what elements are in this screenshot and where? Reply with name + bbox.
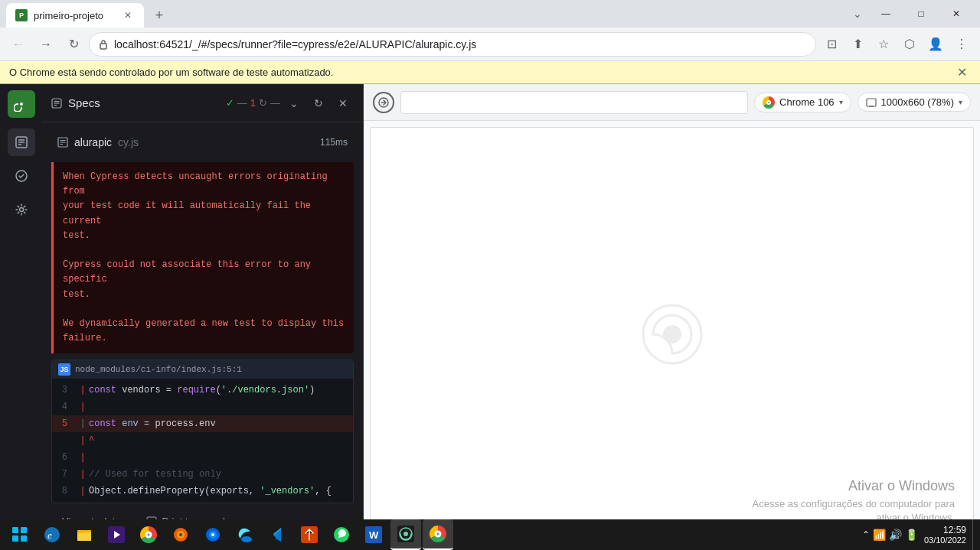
- browser-frame: P primeiro-projeto ✕ + ⌄ — □ ✕ ← → ↻ loc…: [0, 0, 980, 550]
- code-line-8: 8 | Object.defineProperty(exports, '_ven…: [52, 483, 353, 500]
- reload-tests-button[interactable]: ↻: [308, 93, 329, 114]
- toolbar-icons: ⊡ ⬆ ☆ ⬡ 👤 ⋮: [819, 32, 974, 57]
- new-tab-button[interactable]: +: [147, 3, 172, 28]
- share-button[interactable]: ⬆: [845, 32, 870, 57]
- cast-button[interactable]: ⊡: [819, 32, 844, 57]
- preview-nav-icon[interactable]: [373, 92, 394, 113]
- browser-toolbar: ← → ↻ localhost:64521/_/#/specs/runner?f…: [0, 28, 980, 61]
- main-content: Specs ✓ — 1 ↻ — ⌄ ↻ ✕: [0, 84, 980, 550]
- viewport-selector[interactable]: 1000x660 (78%) ▾: [858, 93, 971, 112]
- preview-toolbar: Chrome 106 ▾ 1000x660 (78%) ▾: [364, 84, 980, 121]
- svg-point-8: [19, 208, 23, 212]
- tab-close-button[interactable]: ✕: [121, 8, 135, 22]
- svg-rect-0: [100, 44, 106, 49]
- tray-up-arrow[interactable]: ⌃: [862, 529, 870, 540]
- address-text: localhost:64521/_/#/specs/runner?file=cy…: [114, 38, 806, 50]
- start-button[interactable]: [3, 519, 37, 550]
- pass-icon: ✓: [226, 97, 234, 109]
- code-line-4: 4 |: [52, 399, 353, 415]
- code-block-header: JS node_modules/ci-info/index.js:5:1: [52, 360, 353, 379]
- status-separator: —: [237, 97, 247, 109]
- browser-name: Chrome 106: [779, 96, 835, 108]
- taskbar-firefox-dev-icon[interactable]: [198, 519, 228, 550]
- test-file-ext: cy.js: [118, 136, 139, 148]
- menu-button[interactable]: ⋮: [949, 32, 974, 57]
- running-icon: ↻: [259, 97, 267, 109]
- tray-volume-icon[interactable]: 🔊: [889, 529, 902, 541]
- banner-close-button[interactable]: ✕: [952, 63, 971, 82]
- reload-button[interactable]: ↻: [61, 32, 86, 57]
- code-line-7: 7 | // Used for testing only: [52, 466, 353, 483]
- close-panel-button[interactable]: ✕: [332, 93, 354, 114]
- show-desktop-button[interactable]: [972, 519, 977, 550]
- dropdown-button[interactable]: ⌄: [283, 93, 305, 114]
- taskbar-whatsapp-icon[interactable]: [326, 519, 357, 550]
- system-tray: ⌃ 📶 🔊 🔋: [856, 529, 924, 541]
- browser-selector[interactable]: Chrome 106 ▾: [754, 93, 851, 112]
- taskbar-apps: e: [37, 519, 856, 550]
- tab-list-button[interactable]: ⌄: [847, 3, 868, 24]
- tab-favicon: P: [15, 9, 28, 21]
- forward-button[interactable]: →: [34, 32, 58, 57]
- preview-url-bar[interactable]: [400, 91, 748, 114]
- taskbar-cypress-icon[interactable]: [390, 519, 421, 550]
- panel-header-controls: ✓ — 1 ↻ — ⌄ ↻ ✕: [226, 93, 354, 114]
- code-file-icon: JS: [58, 363, 70, 376]
- viewport-icon: [866, 97, 877, 108]
- bookmark-button[interactable]: ☆: [871, 32, 896, 57]
- taskbar-chrome-2-icon[interactable]: [423, 519, 453, 550]
- svg-rect-32: [77, 530, 83, 533]
- active-tab[interactable]: P primeiro-projeto ✕: [6, 3, 144, 28]
- code-block: JS node_modules/ci-info/index.js:5:1 3 |…: [51, 360, 354, 503]
- code-line-6: 6 |: [52, 449, 353, 466]
- tab-bar: P primeiro-projeto ✕ +: [6, 0, 841, 28]
- cypress-logo-icon[interactable]: [8, 90, 35, 118]
- cypress-sidebar: [0, 84, 42, 550]
- sidebar-item-runs[interactable]: [8, 162, 35, 190]
- sidebar-item-settings[interactable]: [8, 196, 35, 223]
- taskbar-word-icon[interactable]: W: [358, 519, 389, 550]
- test-file-item[interactable]: alurapic cy.js 115ms: [42, 129, 363, 156]
- address-bar[interactable]: localhost:64521/_/#/specs/runner?file=cy…: [89, 32, 816, 57]
- viewport-size: 1000x660 (78%): [881, 96, 954, 108]
- svg-point-41: [241, 536, 252, 542]
- activate-windows-title: Ativar o Windows: [753, 478, 956, 494]
- sidebar-item-specs[interactable]: [8, 129, 35, 156]
- svg-rect-31: [77, 532, 91, 541]
- test-file-header[interactable]: alurapic cy.js 115ms: [51, 133, 354, 151]
- back-button[interactable]: ←: [6, 32, 31, 57]
- minimize-button[interactable]: —: [868, 0, 903, 28]
- chrome-logo-icon: [763, 96, 775, 109]
- taskbar-clock[interactable]: 12:59 03/10/2022: [924, 525, 972, 545]
- cypress-panel-body[interactable]: alurapic cy.js 115ms When Cypress detect…: [42, 122, 363, 550]
- tray-network-icon: 📶: [873, 529, 886, 541]
- specs-icon: [51, 98, 62, 109]
- close-button[interactable]: ✕: [939, 0, 974, 28]
- taskbar-ie-icon[interactable]: e: [37, 519, 67, 550]
- viewport-dropdown-icon: ▾: [959, 98, 962, 106]
- maximize-button[interactable]: □: [903, 0, 939, 28]
- taskbar-edge-new-icon[interactable]: [230, 519, 260, 550]
- tray-battery-icon: 🔋: [905, 529, 918, 541]
- taskbar-explorer-icon[interactable]: [69, 519, 100, 550]
- taskbar-media-icon[interactable]: [101, 519, 132, 550]
- status-dash-2: —: [270, 97, 280, 109]
- file-icon: [57, 137, 68, 148]
- automation-text: O Chrome está sendo controlado por um so…: [9, 67, 946, 78]
- code-lines: 3 | const vendors = require('./vendors.j…: [52, 379, 353, 503]
- taskbar-firefox-icon[interactable]: [165, 519, 196, 550]
- profile-button[interactable]: 👤: [923, 32, 948, 57]
- cypress-panel: Specs ✓ — 1 ↻ — ⌄ ↻ ✕: [42, 84, 364, 550]
- extensions-button[interactable]: ⬡: [897, 32, 922, 57]
- tab-right-controls: ⌄: [847, 3, 868, 24]
- clock-date: 03/10/2022: [924, 535, 966, 545]
- browser-dropdown-icon: ▾: [839, 98, 843, 106]
- taskbar-chrome-icon[interactable]: [133, 519, 164, 550]
- svg-point-2: [20, 103, 23, 106]
- taskbar-vscode-icon[interactable]: [262, 519, 292, 550]
- preview-content: Ativar o Windows Acesse as configurações…: [370, 127, 974, 544]
- taskbar-git-icon[interactable]: [294, 519, 325, 550]
- svg-rect-24: [867, 99, 876, 106]
- caret-line: | ^: [52, 432, 353, 449]
- preview-area: Chrome 106 ▾ 1000x660 (78%) ▾: [364, 84, 980, 550]
